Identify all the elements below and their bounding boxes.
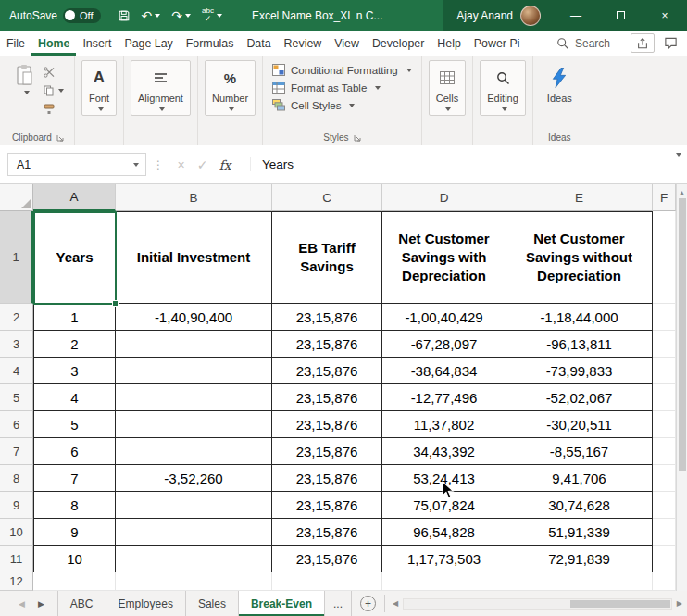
cell-B6[interactable] bbox=[116, 411, 272, 438]
vertical-scroll-thumb[interactable] bbox=[679, 198, 686, 471]
cell-C4[interactable]: 23,15,876 bbox=[272, 358, 382, 384]
cell-F9[interactable] bbox=[653, 492, 676, 519]
cell-F3[interactable] bbox=[653, 331, 676, 358]
cell-B12[interactable] bbox=[116, 572, 272, 591]
cell-E9[interactable]: 30,74,628 bbox=[506, 492, 653, 519]
cell-A5[interactable]: 4 bbox=[33, 384, 116, 411]
cell-E10[interactable]: 51,91,339 bbox=[506, 519, 653, 546]
cell-F10[interactable] bbox=[653, 519, 676, 546]
spelling-button[interactable]: abc✓ bbox=[196, 0, 228, 31]
vertical-scrollbar[interactable]: ▲ bbox=[676, 184, 687, 591]
copy-button[interactable] bbox=[44, 84, 64, 96]
column-header-B[interactable]: B bbox=[116, 184, 272, 211]
cell-F5[interactable] bbox=[653, 384, 676, 411]
cell-F7[interactable] bbox=[653, 438, 676, 465]
format-as-table-button[interactable]: Format as Table bbox=[269, 79, 415, 96]
cell-A7[interactable]: 6 bbox=[33, 438, 116, 465]
account-info[interactable]: Ajay Anand bbox=[443, 0, 554, 31]
formula-bar-expand-button[interactable] bbox=[676, 157, 681, 173]
conditional-formatting-button[interactable]: Conditional Formatting bbox=[269, 61, 415, 79]
cell-B1[interactable]: Initial Investment bbox=[116, 211, 272, 304]
cell-styles-button[interactable]: Cell Styles bbox=[269, 96, 415, 114]
sheet-overflow-tab[interactable]: ... bbox=[325, 591, 352, 616]
autosave-toggle[interactable]: AutoSave Off bbox=[9, 8, 101, 23]
cancel-entry-button[interactable]: × bbox=[170, 157, 192, 172]
column-header-C[interactable]: C bbox=[272, 184, 382, 211]
name-box[interactable]: A1 bbox=[7, 153, 146, 176]
cell-A6[interactable]: 5 bbox=[33, 411, 116, 438]
cell-B8[interactable]: -3,52,260 bbox=[116, 465, 272, 492]
alignment-dropdown[interactable]: Alignment bbox=[131, 60, 191, 116]
sheet-nav-left-icon[interactable]: ◀ bbox=[19, 599, 25, 609]
enter-entry-button[interactable]: ✓ bbox=[192, 157, 213, 172]
hscroll-right-icon[interactable]: ▶ bbox=[677, 599, 682, 608]
cell-E8[interactable]: 9,41,706 bbox=[506, 465, 653, 492]
cell-E6[interactable]: -30,20,511 bbox=[506, 411, 653, 438]
row-header-5[interactable]: 5 bbox=[0, 384, 33, 411]
cell-E5[interactable]: -52,02,067 bbox=[506, 384, 653, 411]
cell-B3[interactable] bbox=[116, 331, 272, 358]
ribbon-tab-insert[interactable]: Insert bbox=[76, 31, 118, 56]
editing-dropdown[interactable]: Editing bbox=[480, 60, 526, 116]
cell-A10[interactable]: 9 bbox=[33, 519, 116, 546]
row-header-10[interactable]: 10 bbox=[0, 519, 33, 546]
cell-B9[interactable] bbox=[116, 492, 272, 519]
paste-button[interactable] bbox=[8, 60, 42, 98]
formula-bar-resizer[interactable]: ⋮ bbox=[153, 158, 164, 171]
format-painter-button[interactable] bbox=[44, 103, 64, 115]
cell-F12[interactable] bbox=[653, 572, 676, 591]
row-header-2[interactable]: 2 bbox=[0, 304, 33, 331]
column-header-E[interactable]: E bbox=[506, 184, 653, 211]
clipboard-dialog-launcher-icon[interactable] bbox=[56, 134, 64, 142]
column-header-D[interactable]: D bbox=[382, 184, 506, 211]
cell-E12[interactable] bbox=[506, 572, 653, 591]
cell-B5[interactable] bbox=[116, 384, 272, 411]
close-button[interactable]: × bbox=[643, 0, 687, 31]
row-header-11[interactable]: 11 bbox=[0, 546, 33, 572]
horizontal-scrollbar[interactable]: ◀ ▶ bbox=[384, 595, 687, 612]
cell-C11[interactable]: 23,15,876 bbox=[272, 546, 382, 572]
cell-B4[interactable] bbox=[116, 358, 272, 384]
minimize-button[interactable]: — bbox=[554, 0, 598, 31]
column-header-A[interactable]: A bbox=[33, 184, 116, 211]
cell-D10[interactable]: 96,54,828 bbox=[382, 519, 506, 546]
cell-A9[interactable]: 8 bbox=[33, 492, 116, 519]
cell-D12[interactable] bbox=[382, 572, 506, 591]
cell-A8[interactable]: 7 bbox=[33, 465, 116, 492]
cells-dropdown[interactable]: Cells bbox=[429, 60, 466, 116]
cell-C5[interactable]: 23,15,876 bbox=[272, 384, 382, 411]
hscroll-track[interactable] bbox=[403, 598, 672, 610]
sheet-tab-employees[interactable]: Employees bbox=[106, 591, 186, 616]
sheet-tab-abc[interactable]: ABC bbox=[57, 591, 106, 616]
cell-F8[interactable] bbox=[653, 465, 676, 492]
name-box-dropdown[interactable] bbox=[127, 163, 145, 167]
cut-button[interactable] bbox=[44, 66, 64, 78]
row-header-9[interactable]: 9 bbox=[0, 492, 33, 519]
cell-D11[interactable]: 1,17,73,503 bbox=[382, 546, 506, 572]
row-header-8[interactable]: 8 bbox=[0, 465, 33, 492]
cell-D1[interactable]: Net Customer Savings with Depreciation bbox=[382, 211, 506, 304]
sheet-nav-right-icon[interactable]: ▶ bbox=[38, 599, 44, 609]
cell-B7[interactable] bbox=[116, 438, 272, 465]
styles-dialog-launcher-icon[interactable] bbox=[354, 134, 361, 142]
ribbon-tab-help[interactable]: Help bbox=[431, 31, 467, 56]
maximize-button[interactable] bbox=[598, 0, 643, 31]
cell-E3[interactable]: -96,13,811 bbox=[506, 331, 653, 358]
cell-A1[interactable]: Years bbox=[33, 211, 116, 304]
cell-E11[interactable]: 72,91,839 bbox=[506, 546, 653, 572]
cell-D2[interactable]: -1,00,40,429 bbox=[382, 304, 506, 331]
row-header-1[interactable]: 1 bbox=[0, 211, 33, 304]
cell-E2[interactable]: -1,18,44,000 bbox=[506, 304, 653, 331]
cell-D6[interactable]: 11,37,802 bbox=[382, 411, 506, 438]
redo-button[interactable]: ↷ bbox=[166, 0, 196, 31]
cell-F4[interactable] bbox=[653, 358, 676, 384]
undo-button[interactable]: ↶ bbox=[136, 0, 167, 31]
ribbon-tab-view[interactable]: View bbox=[328, 31, 366, 56]
cell-C3[interactable]: 23,15,876 bbox=[272, 331, 382, 358]
cell-A3[interactable]: 2 bbox=[33, 331, 116, 358]
ribbon-tab-home[interactable]: Home bbox=[31, 31, 76, 56]
scroll-up-icon[interactable]: ▲ bbox=[679, 184, 685, 198]
ribbon-tab-data[interactable]: Data bbox=[240, 31, 277, 56]
cell-D4[interactable]: -38,64,834 bbox=[382, 358, 506, 384]
row-header-4[interactable]: 4 bbox=[0, 358, 33, 384]
